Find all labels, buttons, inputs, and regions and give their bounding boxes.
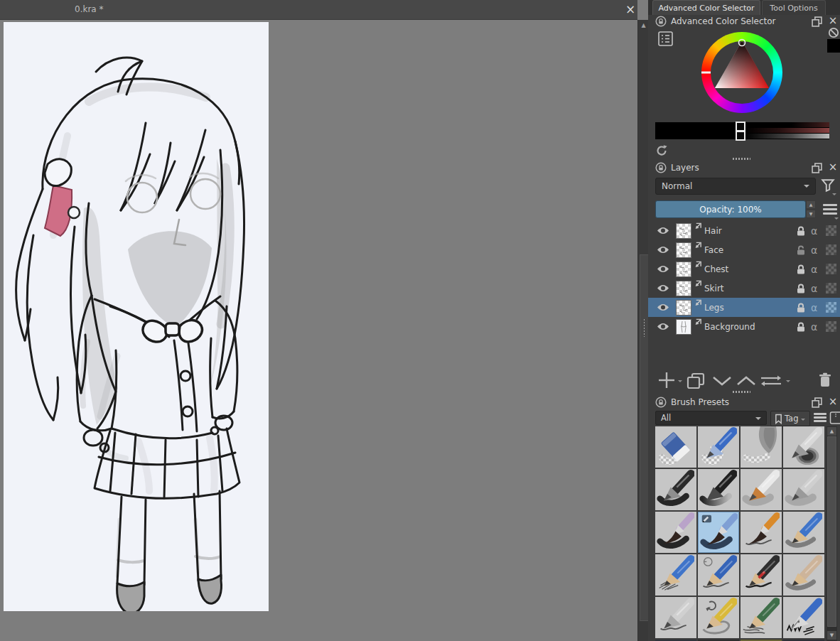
preset-scrollbar-thumb[interactable] [827, 436, 836, 627]
layer-row-chest[interactable]: Chestα [648, 259, 840, 279]
inherit-alpha-checker-icon[interactable] [826, 264, 836, 274]
inherit-alpha-checker-icon[interactable] [826, 302, 836, 313]
duplicate-layer-button[interactable] [686, 372, 705, 389]
float-docker-icon[interactable] [812, 163, 822, 173]
alpha-lock-icon[interactable]: α [811, 302, 822, 313]
inherit-alpha-checker-icon[interactable] [826, 244, 836, 255]
brush-preset-ink-pen[interactable] [783, 426, 824, 468]
layer-filter-icon[interactable] [821, 178, 835, 193]
add-layer-button[interactable] [658, 371, 675, 389]
inherit-alpha-checker-icon[interactable] [826, 225, 836, 236]
layer-row-skirt[interactable]: Skirtα [648, 279, 840, 298]
opacity-spinner[interactable]: ▲ ▼ [806, 200, 816, 218]
delete-layer-button[interactable] [819, 372, 831, 388]
lock-closed-icon[interactable] [796, 321, 806, 333]
brush-preset-pen-silver-thin[interactable] [655, 597, 696, 638]
preset-grid-scrollbar[interactable]: ▲ ▼ [826, 426, 837, 641]
layers-menu-icon[interactable] [823, 204, 837, 215]
float-docker-icon[interactable] [812, 397, 822, 408]
lock-closed-icon[interactable] [796, 302, 806, 313]
brush-preset-pencil-blue-soft[interactable] [698, 554, 739, 596]
layer-visibility-eye-icon[interactable] [657, 245, 669, 254]
inherit-alpha-checker-icon[interactable] [826, 321, 836, 332]
brush-preset-marker-black[interactable] [698, 469, 739, 510]
layer-thumbnail[interactable] [676, 281, 691, 296]
brush-preset-pencil-blue-sketch[interactable] [655, 554, 696, 596]
brush-preset-pen-silver[interactable] [783, 469, 824, 510]
lock-open-icon[interactable] [796, 244, 806, 256]
layer-row-hair[interactable]: Hairα [648, 221, 840, 240]
scroll-up-arrow-icon[interactable]: ▲ [827, 427, 836, 436]
preset-view-menu-icon[interactable] [814, 413, 826, 423]
alpha-lock-icon[interactable]: α [811, 225, 822, 237]
opacity-slider[interactable]: Opacity: 100% [655, 200, 806, 218]
tab-tool-options[interactable]: Tool Options [762, 0, 826, 15]
shade-strip-1[interactable] [745, 122, 829, 127]
document-close-button[interactable]: × [623, 1, 638, 17]
shade-strip-3[interactable] [745, 134, 829, 139]
no-color-icon[interactable] [828, 27, 839, 38]
lock-closed-icon[interactable] [796, 264, 806, 275]
brush-preset-pencil-black-redband[interactable] [741, 554, 782, 596]
brush-preset-fountain-pen-blue[interactable] [783, 597, 824, 638]
color-wheel[interactable] [701, 32, 782, 113]
tag-button[interactable]: Tag [770, 411, 810, 426]
brush-preset-pencil-blue[interactable] [783, 512, 824, 553]
alpha-lock-icon[interactable]: α [811, 321, 822, 333]
inherit-alpha-checker-icon[interactable] [826, 283, 836, 293]
close-docker-icon[interactable]: × [827, 161, 839, 173]
layer-row-background[interactable]: Backgroundα [648, 317, 840, 336]
chevron-down-icon[interactable] [786, 380, 790, 384]
canvas-artwork[interactable] [4, 22, 269, 611]
move-layer-up-button[interactable] [736, 375, 756, 387]
panel-splitter-handle[interactable] [642, 318, 646, 337]
shade-strip-2[interactable] [745, 128, 829, 133]
layer-visibility-eye-icon[interactable] [657, 284, 669, 293]
layer-row-face[interactable]: Faceα [648, 240, 840, 259]
layer-thumbnail[interactable] [676, 262, 691, 277]
docker-lock-icon[interactable] [655, 397, 667, 408]
lock-closed-icon[interactable] [796, 283, 806, 294]
docker-resize-handle[interactable] [732, 157, 750, 161]
brush-preset-pencil-yellow[interactable] [698, 597, 739, 638]
current-color-swatch[interactable] [827, 39, 840, 53]
alpha-lock-icon[interactable]: α [811, 264, 822, 275]
spin-up-icon[interactable]: ▲ [806, 200, 816, 209]
color-selector-settings-icon[interactable] [658, 31, 673, 46]
brush-preset-block-eraser[interactable] [655, 426, 696, 468]
brush-preset-detail-brush-orange[interactable] [741, 512, 782, 553]
canvas-viewport[interactable] [0, 20, 637, 641]
layer-visibility-eye-icon[interactable] [657, 226, 669, 235]
layer-thumbnail[interactable] [676, 319, 691, 335]
brush-preset-pen-white[interactable] [741, 469, 782, 510]
spin-down-icon[interactable]: ▼ [806, 210, 816, 218]
document-titlebar[interactable]: 0.kra * × [0, 0, 637, 20]
scroll-up-arrow-icon[interactable]: ▲ [640, 21, 647, 29]
close-docker-icon[interactable]: × [827, 396, 839, 408]
preset-filter-dropdown[interactable]: All [655, 411, 767, 425]
tab-advanced-color-selector[interactable]: Advanced Color Selector [652, 0, 760, 15]
brush-preset-paintbrush-blue[interactable] [698, 512, 739, 553]
float-docker-icon[interactable] [812, 16, 822, 27]
hsv-triangle[interactable] [701, 32, 782, 113]
layer-visibility-eye-icon[interactable] [657, 322, 669, 331]
layer-visibility-eye-icon[interactable] [657, 264, 669, 274]
refresh-colors-icon[interactable] [655, 144, 668, 157]
layer-thumbnail[interactable] [676, 223, 691, 239]
scroll-down-arrow-icon[interactable]: ▼ [827, 631, 836, 640]
preset-chooser-icon[interactable] [829, 411, 840, 425]
brush-preset-stylus-black[interactable] [655, 469, 696, 510]
layer-thumbnail[interactable] [676, 300, 691, 316]
brush-preset-paintbrush-dark[interactable] [655, 512, 696, 553]
alpha-lock-icon[interactable]: α [811, 283, 822, 294]
alpha-lock-icon[interactable]: α [811, 244, 822, 256]
brush-preset-pencil-green-multi[interactable] [741, 597, 782, 638]
layer-thumbnail[interactable] [676, 242, 691, 258]
brush-preset-airbrush-soft[interactable] [741, 426, 782, 468]
docker-resize-handle[interactable] [732, 390, 750, 394]
blend-mode-dropdown[interactable]: Normal [655, 178, 816, 195]
layer-properties-button[interactable] [760, 374, 782, 388]
brush-preset-eraser-pen[interactable] [698, 426, 739, 468]
close-docker-icon[interactable]: × [827, 15, 839, 27]
lock-closed-icon[interactable] [796, 225, 806, 237]
